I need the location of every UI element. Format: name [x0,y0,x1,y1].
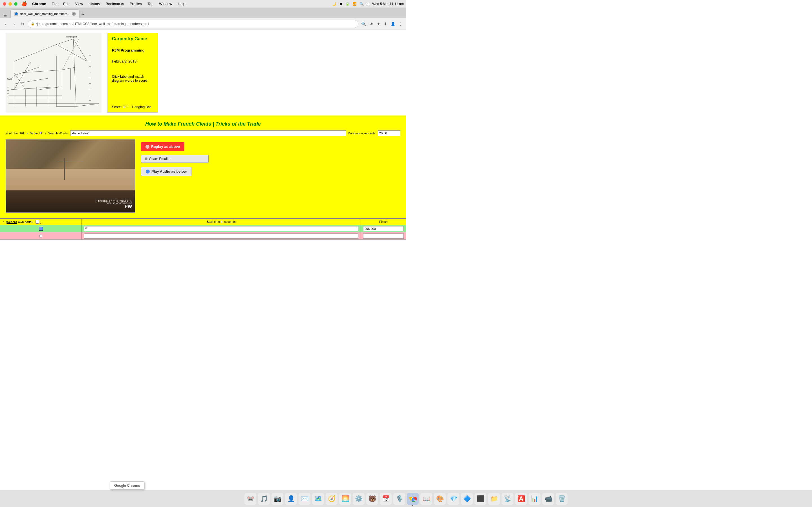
svg-text:—: — [89,99,91,101]
bookmarks-menu[interactable]: Bookmarks [103,1,126,6]
edit-menu[interactable]: Edit [61,1,71,6]
lock-icon: 🔒 [31,22,35,25]
sidebar-toggle-icon[interactable]: ☰ [3,13,7,18]
col-record-header: ✓ (Record own parts? ) [0,219,82,225]
row1-checkbox[interactable] [39,227,43,231]
start-value-1: 0 [86,227,87,230]
svg-text:—: — [7,101,9,103]
battery-icon: 🔋 [345,2,350,6]
menubar-right: 🌙 ⏺ 🔋 📶 🔍 ⊞ Wed 5 Mar 11:11 am [332,2,404,6]
moon-icon: 🌙 [332,2,336,6]
game-date: February, 2018 [112,59,153,63]
svg-text:Rafter: Rafter [7,78,13,80]
start-bar-2 [84,233,358,238]
download-btn[interactable]: ⬇ [383,21,388,27]
close-paren: ) [40,220,42,224]
svg-text:—: — [7,89,9,91]
cell-record-2 [0,232,82,239]
video-thumbnail: ◄ TRICKS OF THE TRADE ► POPULAR WOODWORK… [6,140,135,212]
url-text: rjmprogramming.com.au/HTMLCSS/floor_wall… [36,22,149,26]
table-header-row: ✓ (Record own parts? ) Start time in sec… [0,219,406,225]
email-icon [145,158,147,160]
bottom-table: ✓ (Record own parts? ) Start time in sec… [0,218,406,240]
traffic-lights [2,2,18,6]
cell-finish-1 [361,225,406,232]
video-main: ◄ TRICKS OF THE TRADE ► POPULAR WOODWORK… [6,139,400,213]
svg-text:—: — [7,87,9,89]
video-title: How to Make French Cleats | Tricks of th… [6,121,400,127]
help-menu[interactable]: Help [175,1,188,6]
app-name-menu[interactable]: Chrome [30,1,48,6]
maximize-window-btn[interactable] [14,2,17,6]
cell-start-1: 0 [82,225,361,232]
cell-start-2 [82,232,361,239]
finish-input-2[interactable] [363,233,404,238]
tab-menu[interactable]: Tab [145,1,156,6]
cell-finish-2 [361,232,406,239]
replay-button[interactable]: Replay as above [141,142,185,151]
video-player[interactable]: ◄ TRICKS OF THE TRADE ► POPULAR WOODWORK… [6,139,135,213]
refresh-btn[interactable]: ↻ [19,20,26,27]
svg-text:—: — [89,88,91,90]
video-id-link[interactable]: Video ID [30,131,42,135]
svg-text:—: — [7,92,9,94]
share-email-button[interactable]: Share Email to [141,155,209,163]
url-bar[interactable]: 🔒 rjmprogramming.com.au/HTMLCSS/floor_wa… [28,20,358,28]
profile-btn[interactable]: 👤 [389,21,396,27]
record-label[interactable]: (Record [6,220,17,224]
address-bar: ‹ › ↻ 🔒 rjmprogramming.com.au/HTMLCSS/fl… [0,18,406,30]
eye-slash-icon[interactable]: 👁 [368,21,374,27]
table-row-1: 0 [0,225,406,232]
play-icon: ⏺ [339,2,343,6]
svg-text:—: — [89,71,91,73]
close-window-btn[interactable] [3,2,6,6]
view-menu[interactable]: View [73,1,85,6]
audio-icon [146,170,150,173]
replay-label: Replay as above [151,145,180,149]
company-name: RJM Programming [112,48,153,52]
apple-menu[interactable]: 🍎 [21,1,27,6]
watermark-tricks: ◄ TRICKS OF THE TRADE ► [94,200,132,202]
profiles-menu[interactable]: Profiles [128,1,144,6]
svg-text:—: — [89,54,91,56]
minimize-window-btn[interactable] [8,2,12,6]
game-score: Score: 0/2 ... Hanging Bar [112,105,153,109]
zoom-btn[interactable]: 🔍 [360,21,367,27]
tab-favicon: 🔵 [14,12,18,16]
duration-label: Duration in seconds: [348,131,376,135]
duration-input[interactable] [378,130,400,136]
record-checkbox-header[interactable] [36,220,39,224]
active-tab[interactable]: 🔵 floor_wall_roof_framing_members... × [10,9,80,18]
row2-checkbox[interactable] [40,235,42,237]
bookmark-btn[interactable]: ★ [375,21,382,27]
table-row-2 [0,232,406,240]
page-content: Hanging bar Rafter — — — — — — — — — [0,30,406,240]
controlcenter-icon[interactable]: ⊞ [366,2,369,6]
forward-btn[interactable]: › [11,20,17,27]
svg-rect-0 [6,33,101,112]
url-search-input[interactable] [70,130,346,136]
col-finish-header: Finish [361,219,406,225]
window-menu[interactable]: Window [157,1,174,6]
toolbar-right: 🔍 👁 ★ ⬇ 👤 ⋮ [360,21,404,27]
back-btn[interactable]: ‹ [2,20,9,27]
video-watermark: ◄ TRICKS OF THE TRADE ► POPULAR WOODWORK… [94,200,132,209]
finish-input-1[interactable] [363,226,404,231]
play-audio-button[interactable]: Play Audio as below [141,167,192,176]
watermark-pw: PW [94,204,132,209]
search-icon[interactable]: 🔍 [359,2,364,6]
file-menu[interactable]: File [49,1,60,6]
history-menu[interactable]: History [86,1,102,6]
new-tab-btn[interactable]: + [81,12,84,18]
more-btn[interactable]: ⋮ [398,21,404,27]
svg-text:—: — [7,95,9,97]
tab-title: floor_wall_roof_framing_members... [20,12,70,15]
wifi-icon: 📶 [352,2,357,6]
youtube-url-label: YouTube URL or [6,131,29,135]
tab-close-btn[interactable]: × [72,12,76,16]
framing-diagram: Hanging bar Rafter — — — — — — — — — [6,33,101,113]
svg-text:Hanging bar: Hanging bar [66,36,77,38]
svg-text:—: — [89,60,91,62]
replay-icon [146,145,149,149]
col-start-header: Start time in seconds [82,219,361,225]
